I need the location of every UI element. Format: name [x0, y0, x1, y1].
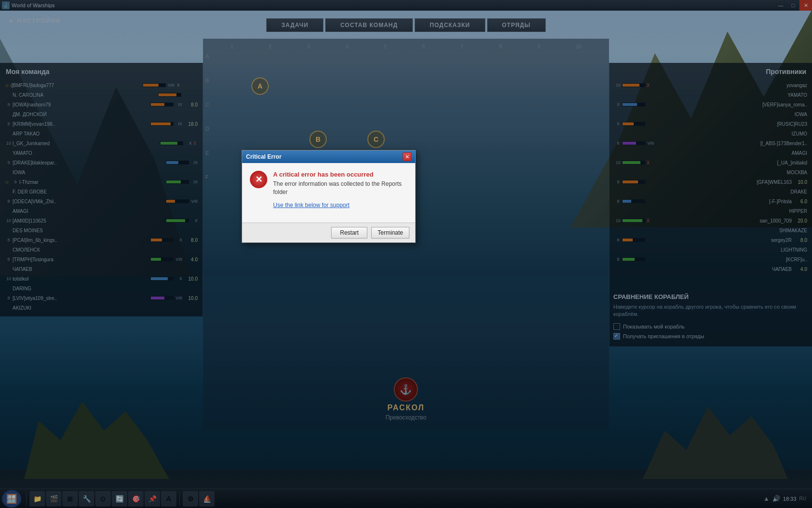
- dialog-support-link[interactable]: Use the link below for support: [273, 202, 349, 209]
- dialog-close-button[interactable]: ✕: [403, 152, 411, 161]
- dialog-titlebar: Critical Error ✕: [242, 150, 415, 163]
- critical-error-dialog: Critical Error ✕ ✕ A critical error has …: [242, 150, 416, 243]
- terminate-button[interactable]: Terminate: [371, 227, 409, 239]
- dialog-content: ✕ A critical error has been occurred The…: [250, 171, 407, 209]
- dialog-body: ✕ A critical error has been occurred The…: [242, 163, 415, 223]
- restart-button[interactable]: Restart: [331, 227, 367, 239]
- dialog-title: Critical Error: [246, 153, 281, 160]
- dialog-text-area: A critical error has been occurred The e…: [273, 171, 407, 209]
- error-icon: ✕: [250, 171, 267, 188]
- dialog-heading: A critical error has been occurred: [273, 171, 407, 178]
- dialog-buttons: Restart Terminate: [242, 223, 415, 242]
- dialog-overlay: Critical Error ✕ ✕ A critical error has …: [0, 0, 812, 508]
- dialog-message: The error information was collected to t…: [273, 180, 407, 196]
